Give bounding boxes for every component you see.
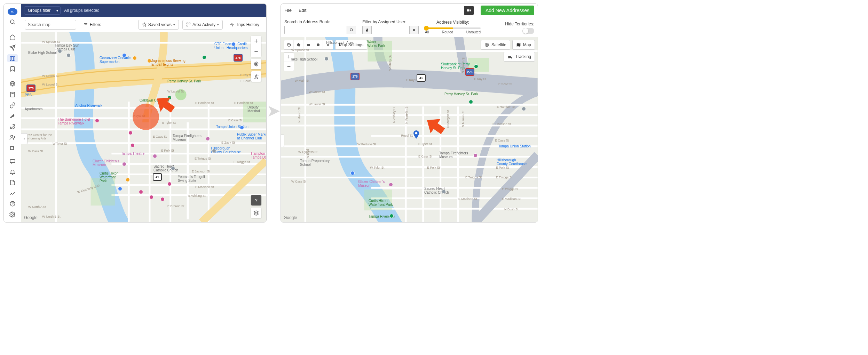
map-type-button[interactable]: Map <box>512 40 535 50</box>
poi-icon <box>389 183 393 187</box>
bookmark-icon[interactable] <box>7 65 18 73</box>
draw-toolbar: ✕ Map Settings <box>284 40 367 50</box>
send-icon[interactable] <box>7 44 18 52</box>
gear-icon[interactable] <box>7 210 18 218</box>
map-controls-topright <box>251 36 261 82</box>
area-activity-button[interactable]: Area Activity ▾ <box>182 20 223 30</box>
poi-icon <box>122 162 126 166</box>
left-main: Groups filter ▾ All groups selected Filt… <box>21 4 266 222</box>
expand-panel-handle[interactable] <box>281 135 284 147</box>
poi-icon <box>389 214 394 218</box>
polygon-tool[interactable] <box>294 40 303 49</box>
bell-icon[interactable] <box>7 168 18 176</box>
left-sidebar: » <box>4 4 21 222</box>
right-map[interactable]: ✕ Map Settings + − Satellite Map Trackin… <box>281 37 538 222</box>
right-map-canvas <box>281 37 538 222</box>
groups-filter-dropdown[interactable]: Groups filter ▾ <box>24 6 61 15</box>
visibility-unrouted: Unrouted <box>466 30 481 34</box>
search-address-col: Search in Address Book: <box>284 19 356 34</box>
zoom-out-button[interactable]: − <box>284 62 294 71</box>
menu-file[interactable]: File <box>284 8 292 13</box>
hide-territories-toggle[interactable] <box>522 28 534 34</box>
poi-icon <box>473 153 478 158</box>
leaf-icon[interactable] <box>7 123 18 131</box>
book-icon[interactable] <box>7 91 18 99</box>
add-new-label: Add New Addresses <box>486 8 529 13</box>
menu-edit[interactable]: Edit <box>299 8 306 13</box>
right-app-panel: File Edit Add New Addresses Search in Ad… <box>281 3 538 223</box>
search-button[interactable] <box>347 26 356 34</box>
globe-icon[interactable] <box>7 80 18 88</box>
file-icon[interactable] <box>7 179 18 187</box>
filters-button[interactable]: Filters <box>80 20 105 30</box>
hwy-shield: 275 <box>350 73 360 80</box>
poi-icon <box>66 53 71 57</box>
puzzle-icon[interactable] <box>7 144 18 152</box>
circle-tool[interactable] <box>313 40 323 49</box>
search-map-box[interactable] <box>25 20 76 30</box>
hwy-shield: 41 <box>153 173 162 181</box>
filters-label: Filters <box>90 22 101 27</box>
locate-button[interactable] <box>251 59 261 69</box>
right-zoom: + − <box>284 53 294 71</box>
poi-icon <box>324 57 329 61</box>
svg-rect-35 <box>243 102 266 122</box>
visibility-slider[interactable] <box>425 27 481 29</box>
saved-views-button[interactable]: Saved views ▾ <box>138 20 179 30</box>
chat-icon[interactable] <box>7 157 18 165</box>
groups-filter-label: Groups filter <box>24 8 54 13</box>
filter-user-input[interactable] <box>371 26 410 34</box>
map-pin[interactable] <box>413 130 419 139</box>
tracking-wrap: Tracking <box>504 52 535 62</box>
link-icon[interactable] <box>7 101 18 109</box>
pan-tool[interactable] <box>284 40 294 49</box>
right-filter-bar: Search in Address Book: Filter by Assign… <box>281 17 538 37</box>
poi-icon <box>133 56 137 60</box>
map-toolbar: Filters Saved views ▾ Area Activity ▾ Tr… <box>21 17 266 32</box>
zoom-in-button[interactable]: + <box>284 53 294 62</box>
video-button[interactable] <box>464 6 474 15</box>
add-marker-button[interactable] <box>251 71 261 82</box>
svg-marker-14 <box>142 23 146 26</box>
map-type-buttons: Satellite Map <box>481 40 535 50</box>
rectangle-tool[interactable] <box>303 40 313 49</box>
search-map-input[interactable] <box>28 22 80 27</box>
expand-panel-handle[interactable]: › <box>21 133 27 144</box>
svg-rect-81 <box>511 57 513 58</box>
satellite-button[interactable]: Satellite <box>481 40 510 50</box>
search-icon[interactable] <box>7 18 18 26</box>
users-icon[interactable] <box>7 133 18 141</box>
svg-rect-6 <box>10 159 15 162</box>
hwy-shield: 275 <box>465 68 474 76</box>
poi-icon <box>139 190 143 194</box>
map-icon[interactable] <box>7 54 18 62</box>
user-icon-button[interactable] <box>362 26 371 34</box>
zoom-in-button[interactable] <box>251 36 261 46</box>
map-help-button[interactable]: ? <box>251 195 261 205</box>
sidebar-avatar[interactable]: » <box>8 8 17 15</box>
chevron-down-icon: ▾ <box>217 23 219 26</box>
search-address-input[interactable] <box>284 26 347 34</box>
chart-icon[interactable] <box>7 189 18 197</box>
wrench-icon[interactable] <box>7 112 18 120</box>
tracking-button[interactable]: Tracking <box>504 52 535 62</box>
svg-rect-3 <box>10 92 15 97</box>
map-settings-button[interactable]: Map Settings <box>335 40 367 50</box>
visibility-label: Address Visibility: <box>436 20 469 25</box>
home-icon[interactable] <box>7 33 18 41</box>
poi-icon <box>474 64 478 68</box>
poi-icon <box>231 42 236 46</box>
trips-history-label: Trips History <box>236 22 259 27</box>
zoom-out-button[interactable] <box>251 46 261 57</box>
add-new-addresses-button[interactable]: Add New Addresses <box>481 6 534 15</box>
poi-icon <box>160 197 165 201</box>
help-icon[interactable] <box>7 200 18 208</box>
clear-user-button[interactable]: ✕ <box>410 26 419 34</box>
layers-button[interactable] <box>251 208 261 218</box>
close-tool[interactable]: ✕ <box>323 40 333 49</box>
trips-history-button[interactable]: Trips History <box>226 20 263 30</box>
left-map[interactable]: W Spruce St Tampa Bay SunFootball Club B… <box>21 32 266 222</box>
tracking-label: Tracking <box>515 54 531 59</box>
poi-icon <box>149 195 153 199</box>
svg-point-41 <box>254 62 258 66</box>
